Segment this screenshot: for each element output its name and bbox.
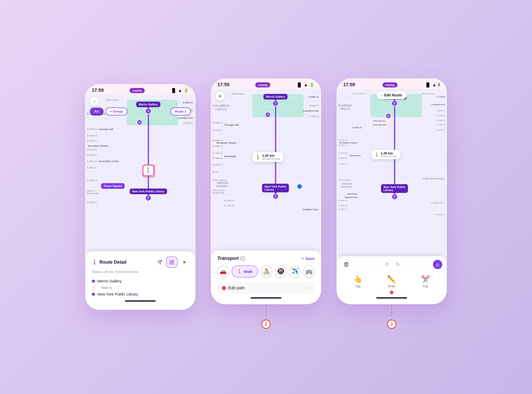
toolbar-row2-3: 👆 Tap ✏️ Draw ✂️ Clip [341, 273, 442, 289]
edit-indicator-3 [341, 291, 442, 294]
save-btn-2[interactable]: ✓ Save [301, 256, 314, 261]
save-label-2: Save [306, 256, 314, 261]
bottom-panel-1: 🚶 Route Detail ✕ About 1.26 km, Around 1… [86, 251, 195, 309]
tool-clip-3[interactable]: ✂️ Clip [421, 275, 430, 288]
tool-tap-3[interactable]: 👆 Tap [353, 275, 362, 288]
transport-bike-2[interactable]: 🚴 [261, 265, 272, 278]
phone3: 17:59 exping ▐▌ ▲ 6 [337, 78, 447, 304]
pin2-nypl-2: New York PublicLibrary 2 [262, 184, 289, 199]
street-label-w55: W 55th St [87, 134, 97, 137]
wifi-icon-1: ▲ [178, 88, 182, 93]
map-e59-2: E 59th St [309, 104, 319, 107]
map-e65-3: E 65th St [437, 110, 445, 112]
map-fifth-2: Fifth Avenue [232, 93, 245, 95]
wifi-icon-2: ▲ [304, 83, 308, 87]
street-label-w39: W 39th St [87, 201, 97, 204]
panel-title-text-1: Route Detail [100, 260, 126, 265]
map-w51-3: W 51st St [338, 152, 347, 154]
midtown-manhattan-3: MANHATTAN [345, 196, 358, 199]
toolbar-center-3: ↺ ↻ [382, 260, 402, 269]
map-w54-2: W 54th St [212, 145, 223, 147]
columbus-label-2: COLUMBUSCIRCLE [212, 104, 230, 111]
toolbar-undo-3[interactable]: ↺ [382, 260, 391, 269]
columbus-label-3: HLUMBUSCIRCLE [338, 104, 352, 111]
map-w57-2: W 57th St [212, 129, 223, 132]
map-w54-3: W 54th St [338, 144, 347, 146]
map-e59-3: E 59th St [437, 119, 445, 122]
transport-subway-2[interactable]: 🚇 [275, 265, 286, 278]
transit-2: M [265, 112, 271, 117]
map-w48-2: W 48th St [212, 163, 223, 166]
phone2: 17:59 exping ▐▌ ▲ 🔋 [211, 78, 321, 304]
map-w58-3: W 58th St [352, 126, 362, 129]
w38-3: W 38th St [338, 204, 347, 207]
w39-3: W 39th St [338, 199, 347, 202]
filter-route1-1[interactable]: Route 1 [170, 107, 191, 115]
walk-to-text-1: Walk to [101, 286, 112, 290]
street-label-w44: W 44th St [87, 179, 97, 182]
app-badge-3: exping [382, 82, 398, 87]
map-w38-2: W 38th St [224, 199, 234, 202]
filter-all-1[interactable]: All [90, 107, 103, 115]
transport-bus-2[interactable]: 🚌 [303, 265, 314, 278]
walk-label-2: Walk [244, 269, 252, 274]
toolbar-divider-3 [341, 272, 442, 272]
street-label-lexington: Lexington Ave [177, 117, 193, 119]
close-btn-1[interactable]: ✕ [180, 258, 189, 267]
map-w48-3: E 48th St [338, 163, 347, 165]
e28-3: E 28th St [436, 213, 444, 216]
transport-title-text-2: Transport [218, 256, 239, 261]
time-2: 17:59 [218, 82, 229, 87]
street-label-bryant: Bryant Park [87, 192, 99, 195]
waypoint1-dot-1 [92, 280, 95, 283]
midtown-3: MIDTOWN [347, 193, 357, 195]
transport-plane-2[interactable]: ✈️ [289, 265, 300, 278]
theater-label-2: THEATERDISTRICT [216, 181, 228, 188]
distance-bubble-2: 🚶 1.26 km Around 18 mins [252, 152, 283, 162]
waypoint2-row-1: New York Public Library [92, 291, 189, 297]
transport-title-2: Transport i [218, 256, 245, 261]
phones-container: 17:59 exping ▐▌ ▲ 🔋 [85, 78, 447, 316]
distance-km-2: 1.26 km [262, 154, 274, 157]
w37-3: W 37th St [338, 208, 347, 211]
panel-actions-1: ✕ [155, 257, 189, 268]
transport-car-2[interactable]: 🚗 [218, 265, 229, 278]
rockefeller-label: Rockefeller Center [98, 160, 119, 163]
status-bar-2: 17:59 exping ▐▌ ▲ 🔋 [211, 79, 321, 89]
edit-path-row-2[interactable]: Edit path › [218, 282, 314, 294]
info-icon-2[interactable]: i [240, 256, 245, 261]
status-bar-1: 17:59 exping ▐▌ ▲ 🔋 [86, 85, 195, 95]
close-btn-2[interactable]: × [215, 92, 225, 101]
tap-emoji-3: 👆 [353, 275, 362, 283]
transport-walk-2[interactable]: 🚶 Walk [232, 265, 258, 278]
pin1-label-1: Merrin Gallery [136, 102, 160, 107]
battery-icon-2: 🔋 [309, 82, 314, 87]
distance-time-2: Around 18 mins [262, 157, 280, 160]
map-e60-3: E 60th St [437, 115, 445, 117]
back-btn-1[interactable]: ‹ [90, 97, 99, 106]
edit-route-header-3[interactable]: ‹ Edit Route [377, 91, 407, 99]
toolbar-redo-3[interactable]: ↻ [393, 260, 402, 269]
waypoint2-text-1: New York Public Library [97, 292, 138, 296]
street-label-w42: 42nd St- [87, 190, 95, 192]
edit-btn-1[interactable] [166, 257, 178, 268]
pin1-number-3: 2 [391, 100, 398, 106]
filter-group-1[interactable]: + Group [105, 107, 127, 115]
broadway-label: Broadway Theatre [88, 145, 108, 147]
map-area-1: E 65th St Lexington Ave E 59th St E 56th… [86, 95, 195, 251]
map-madison-3: Madison Ave [422, 93, 434, 95]
share-btn-1[interactable] [155, 258, 164, 267]
map-w37-2: W 37th St [224, 204, 234, 207]
dashed-line-2 [266, 305, 266, 316]
pin1-number-2: 1 [272, 100, 279, 106]
pin2-number-3: 2 [391, 194, 398, 200]
chevron-right-2: › [308, 285, 310, 291]
tool-draw-3[interactable]: ✏️ Draw [387, 275, 396, 288]
toolbar-trash-3[interactable] [341, 259, 351, 270]
carnegie-3: Carnegie Hall [373, 124, 386, 126]
toolbar-locate-3[interactable]: ◎ [433, 260, 442, 269]
draw-label-3: Draw [388, 284, 395, 288]
map-broadway-2: Broadway Theatre [216, 142, 237, 144]
map-fifth-3: Fifth Avenue [373, 120, 385, 122]
pin2-number-1: 2 [145, 195, 151, 201]
